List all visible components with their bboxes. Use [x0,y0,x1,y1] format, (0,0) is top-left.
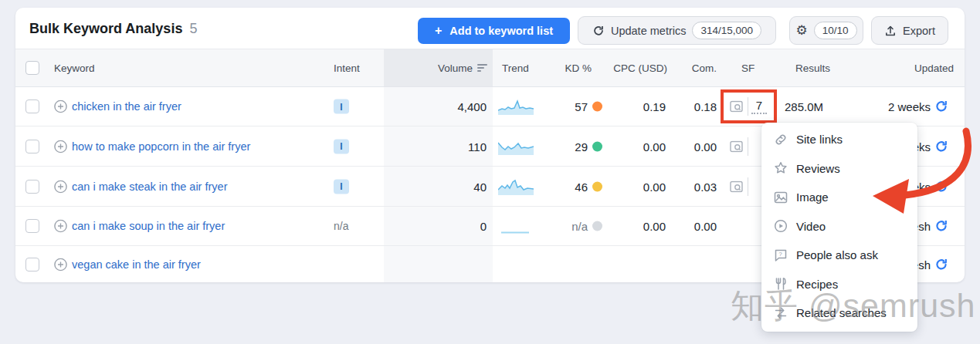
page-title: Bulk Keyword Analysis [29,20,182,35]
menu-item-video[interactable]: Video [761,212,917,241]
video-icon [773,219,788,234]
settings-button[interactable]: ⚙ 10/10 [789,16,863,45]
column-header-sf[interactable]: SF [741,62,754,74]
column-header-trend[interactable]: Trend [502,62,529,74]
intent-badge: I [334,179,349,194]
com-value: 0.00 [694,220,717,233]
intent-badge: I [334,99,349,114]
row-checkbox[interactable] [25,140,39,153]
column-header-cpc[interactable]: CPC (USD) [613,62,667,74]
intent-badge: I [334,139,349,153]
column-header-updated[interactable]: Updated [914,62,954,74]
row-checkbox[interactable] [25,99,39,113]
column-header-volume[interactable]: Volume [438,62,473,74]
menu-item-label: Reviews [796,162,840,175]
volume-value: 4,400 [457,100,487,113]
volume-value: 0 [480,220,487,233]
settings-quota-badge: 10/10 [814,22,857,39]
column-header-kd[interactable]: KD % [565,62,592,74]
column-header-results[interactable]: Results [795,62,830,74]
serp-preview-icon[interactable] [730,180,743,192]
watermark: 知乎 @semrush [731,284,975,329]
menu-item-label: Image [796,191,829,204]
sort-icon[interactable] [477,63,489,73]
row-refresh-icon[interactable] [934,180,948,194]
menu-item-reviews[interactable]: Reviews [761,154,917,184]
kd-dot [592,102,602,112]
serp-preview-icon[interactable] [730,140,743,152]
keyword-link[interactable]: how to make popcorn in the air fryer [72,140,250,153]
update-metrics-label: Update metrics [611,25,687,37]
menu-item-image[interactable]: Image [761,183,917,212]
keyword-link[interactable]: can i make steak in the air fryer [72,180,227,193]
export-button[interactable]: Export [871,16,948,45]
menu-item-site-links[interactable]: Site links [761,125,917,154]
gear-icon: ⚙ [795,24,807,37]
add-to-keyword-list-button[interactable]: + Add to keyword list [418,18,570,44]
row-refresh-icon[interactable] [934,219,948,233]
kd-value: 46 [575,180,588,193]
kd-dot [592,181,602,191]
annotation-highlight-box [721,89,777,123]
sf-divider [748,177,748,196]
kd-dot [592,141,602,151]
add-keyword-icon[interactable] [54,258,67,271]
trend-sparkline [498,217,534,235]
sf-divider [748,137,748,156]
select-all-checkbox[interactable] [25,61,39,75]
table-header: Keyword Intent Volume Trend KD % CPC (US… [15,49,965,87]
volume-value: 110 [468,140,487,153]
row-refresh-icon[interactable] [934,140,948,153]
kd-value: 57 [575,100,588,113]
menu-item-label: People also ask [796,248,878,261]
add-keyword-icon[interactable] [54,220,67,233]
cpc-value: 0.00 [643,140,666,153]
trend-sparkline [498,177,534,196]
update-metrics-button[interactable]: Update metrics 314/15,000 [578,16,776,45]
results-value: 285.0M [785,100,823,113]
com-value: 0.00 [694,140,717,153]
intent-na: n/a [334,220,348,232]
cpc-value: 0.00 [643,180,666,193]
add-keyword-icon[interactable] [54,180,67,193]
menu-item-label: Site links [796,133,843,146]
keyword-link[interactable]: chicken in the air fryer [72,100,181,113]
cpc-value: 0.19 [643,100,666,113]
keyword-link[interactable]: can i make soup in the air fryer [72,220,225,232]
image-icon [773,190,788,204]
com-value: 0.18 [694,100,717,113]
kd-value: 29 [575,140,588,153]
column-header-intent[interactable]: Intent [334,62,360,74]
kd-value: n/a [571,220,588,233]
trend-sparkline [498,137,534,156]
row-refresh-icon[interactable] [934,99,948,113]
refresh-icon [592,25,605,37]
keyword-count: 5 [189,20,197,35]
row-refresh-icon[interactable] [934,258,948,271]
svg-text:?: ? [778,251,782,258]
reviews-icon [773,161,788,176]
row-checkbox[interactable] [25,219,39,233]
updated-value: 2 weeks [888,100,931,113]
kd-dot [592,221,602,231]
row-checkbox[interactable] [25,180,39,194]
add-keyword-icon[interactable] [54,100,67,113]
add-keyword-icon[interactable] [54,140,67,153]
com-value: 0.03 [694,180,717,193]
menu-item-label: Video [796,220,826,233]
export-label: Export [903,25,935,37]
menu-item-people-also-ask[interactable]: ? People also ask [761,241,917,270]
cpc-value: 0.00 [643,220,666,233]
site-links-icon [773,132,788,147]
update-metrics-quota-badge: 314/15,000 [692,22,761,39]
export-icon [884,25,897,37]
keyword-link[interactable]: vegan cake in the air fryer [72,258,201,271]
people-also-ask-icon: ? [773,248,788,262]
toolbar: Bulk Keyword Analysis5 + Add to keyword … [15,8,965,49]
plus-icon: + [435,24,442,38]
table-row: chicken in the air fryer I 4,400 57 0.19… [15,87,965,126]
add-to-keyword-list-label: Add to keyword list [449,25,553,37]
column-header-keyword[interactable]: Keyword [54,62,95,74]
row-checkbox[interactable] [25,258,39,271]
column-header-com[interactable]: Com. [692,62,717,74]
